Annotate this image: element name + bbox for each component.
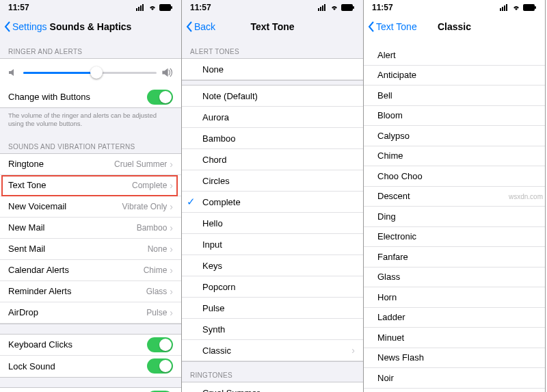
svg-rect-9 <box>324 4 325 11</box>
status-time: 11:57 <box>190 3 211 12</box>
page-title: Text Tone <box>250 21 294 32</box>
classic-calypso[interactable]: Calypso <box>364 126 545 146</box>
chevron-right-icon: › <box>351 345 355 356</box>
tone-bamboo[interactable]: Bamboo <box>182 128 363 149</box>
tone-popcorn[interactable]: Popcorn <box>182 276 363 298</box>
tone-keys[interactable]: Keys <box>182 255 363 276</box>
back-label: Back <box>194 21 215 32</box>
section-sounds-patterns: SOUNDS AND VIBRATION PATTERNS <box>0 133 181 153</box>
tone-pulse[interactable]: Pulse <box>182 298 363 319</box>
classic-chime[interactable]: Chime <box>364 146 545 167</box>
ringtone-row[interactable]: Ringtone Cruel Summer › <box>0 154 181 175</box>
speaker-high-icon <box>162 68 173 77</box>
status-indicators <box>500 4 537 11</box>
tone-circles[interactable]: Circles <box>182 170 363 192</box>
tone-aurora[interactable]: Aurora <box>182 107 363 128</box>
text-tone-row[interactable]: Text Tone Complete › <box>0 175 181 196</box>
classic-choo-choo[interactable]: Choo Choo <box>364 166 545 187</box>
text-tone-screen: 11:57 Back Text Tone ALERT TONES None No… <box>182 0 364 392</box>
lock-sound-row: Lock Sound <box>0 356 181 377</box>
volume-slider-row <box>0 59 181 86</box>
change-with-buttons-toggle[interactable] <box>147 90 173 105</box>
classic-alert[interactable]: Alert <box>364 45 545 66</box>
back-button[interactable]: Back <box>186 21 215 32</box>
svg-rect-5 <box>171 6 172 9</box>
svg-rect-11 <box>353 6 354 9</box>
classic-horn[interactable]: Horn <box>364 287 545 308</box>
battery-icon <box>341 4 355 11</box>
signal-icon <box>136 4 146 11</box>
nav-bar: Text Tone Classic <box>364 15 545 38</box>
chevron-right-icon: › <box>170 159 173 170</box>
tone-complete[interactable]: ✓Complete <box>182 192 363 213</box>
tone-chord[interactable]: Chord <box>182 149 363 170</box>
tone-input[interactable]: Input <box>182 234 363 255</box>
chevron-right-icon: › <box>170 244 173 254</box>
change-with-buttons-label: Change with Buttons <box>8 92 147 102</box>
wifi-icon <box>511 4 521 11</box>
chevron-left-icon <box>368 21 375 32</box>
nav-bar: Back Text Tone <box>182 15 363 38</box>
classic-ding[interactable]: Ding <box>364 207 545 227</box>
chevron-right-icon: › <box>170 265 173 276</box>
classic-ladder[interactable]: Ladder <box>364 308 545 328</box>
sounds-haptics-screen: 11:57 Settings Sounds & Haptics RINGER A… <box>0 0 182 392</box>
system-haptics-row: System Haptics <box>0 388 181 392</box>
chevron-left-icon <box>186 21 193 32</box>
back-button[interactable]: Settings <box>4 21 47 32</box>
calendar-alerts-row[interactable]: Calendar Alerts Chime › <box>0 260 181 281</box>
chevron-right-icon: › <box>170 222 173 233</box>
lock-sound-toggle[interactable] <box>147 358 173 374</box>
page-title: Classic <box>438 21 471 32</box>
signal-icon <box>500 4 509 11</box>
classic-electronic[interactable]: Electronic <box>364 227 545 248</box>
section-ringer-alerts: RINGER AND ALERTS <box>0 38 181 58</box>
classic-news-flash[interactable]: News Flash <box>364 348 545 369</box>
status-bar: 11:57 <box>364 0 545 15</box>
classic-glass[interactable]: Glass <box>364 267 545 288</box>
reminder-alerts-row[interactable]: Reminder Alerts Glass › <box>0 281 181 302</box>
new-voicemail-row[interactable]: New Voicemail Vibrate Only › <box>0 196 181 218</box>
svg-rect-4 <box>159 4 171 11</box>
classic-bloom[interactable]: Bloom <box>364 106 545 127</box>
back-button[interactable]: Text Tone <box>368 21 417 32</box>
classic-noir[interactable]: Noir <box>364 368 545 389</box>
volume-note: The volume of the ringer and alerts can … <box>0 108 181 133</box>
new-mail-row[interactable]: New Mail Bamboo › <box>0 218 181 239</box>
svg-rect-7 <box>320 7 321 11</box>
classic-fanfare[interactable]: Fanfare <box>364 247 545 267</box>
tone-none[interactable]: None <box>182 59 363 80</box>
sent-mail-row[interactable]: Sent Mail None › <box>0 239 181 260</box>
nav-bar: Settings Sounds & Haptics <box>0 15 181 38</box>
section-ringtones: RINGTONES <box>182 362 363 382</box>
svg-rect-17 <box>535 6 536 9</box>
speaker-low-icon <box>8 68 18 77</box>
classic-anticipate[interactable]: Anticipate <box>364 66 545 86</box>
chevron-right-icon: › <box>170 307 173 318</box>
battery-icon <box>159 4 173 11</box>
svg-rect-1 <box>138 7 139 11</box>
chevron-left-icon <box>4 21 11 32</box>
svg-rect-14 <box>504 5 505 11</box>
volume-slider[interactable] <box>23 72 157 74</box>
tone-synth[interactable]: Synth <box>182 319 363 340</box>
status-bar: 11:57 <box>182 0 363 15</box>
status-time: 11:57 <box>372 3 393 12</box>
back-label: Settings <box>12 21 47 32</box>
classic-bell[interactable]: Bell <box>364 86 545 106</box>
section-alert-tones: ALERT TONES <box>182 38 363 58</box>
tone-note-default[interactable]: Note (Default) <box>182 86 363 107</box>
tone-hello[interactable]: Hello <box>182 213 363 234</box>
classic-minuet[interactable]: Minuet <box>364 328 545 348</box>
airdrop-row[interactable]: AirDrop Pulse › <box>0 302 181 324</box>
svg-rect-2 <box>140 5 142 11</box>
ringtone-cruel-summer[interactable]: Cruel Summer <box>182 382 363 392</box>
keyboard-clicks-toggle[interactable] <box>147 337 173 352</box>
tone-classic[interactable]: Classic› <box>182 340 363 361</box>
svg-rect-6 <box>318 8 319 11</box>
svg-rect-10 <box>341 4 353 11</box>
svg-rect-15 <box>506 4 507 11</box>
wifi-icon <box>330 4 339 11</box>
svg-rect-12 <box>500 8 501 11</box>
status-indicators <box>318 4 355 11</box>
